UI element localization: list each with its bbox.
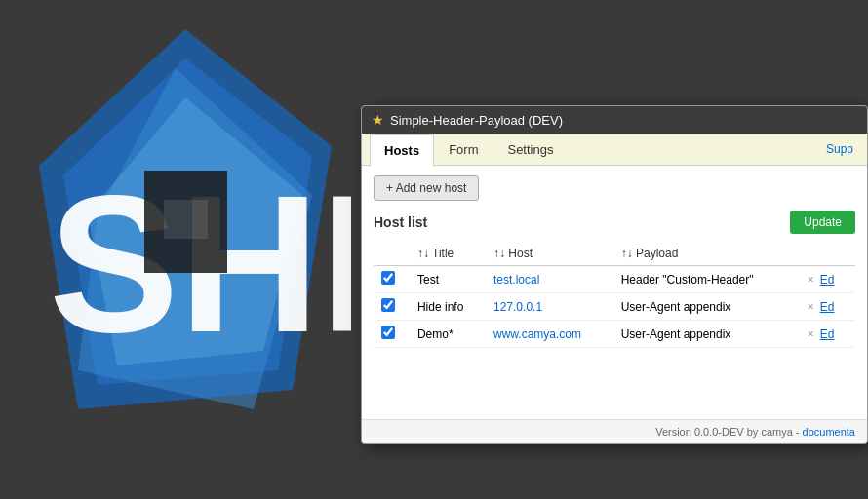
host-link[interactable]: www.camya.com (493, 327, 581, 341)
update-button[interactable]: Update (790, 211, 855, 234)
host-link[interactable]: 127.0.0.1 (493, 300, 542, 314)
delete-icon[interactable]: × (804, 300, 818, 314)
delete-icon[interactable]: × (804, 273, 818, 287)
host-payload: User-Agent appendix (613, 293, 796, 321)
host-checkbox[interactable] (381, 298, 395, 312)
tab-form[interactable]: Form (434, 134, 493, 165)
host-checkbox[interactable] (381, 326, 395, 339)
support-link[interactable]: Supp (820, 134, 859, 164)
host-payload: Header "Custom-Header" (613, 266, 796, 293)
delete-icon[interactable]: × (804, 327, 818, 341)
popup-tabs: Hosts Form Settings Supp (362, 134, 867, 166)
edit-link[interactable]: Ed (818, 327, 837, 341)
documentation-link[interactable]: documenta (803, 426, 855, 438)
host-title: Demo* (410, 321, 486, 348)
popup-title: Simple-Header-Payload (DEV) (390, 113, 563, 128)
host-list-title: Host list (374, 214, 427, 230)
col-actions (796, 242, 855, 266)
host-title: Test (410, 266, 486, 293)
tab-hosts[interactable]: Hosts (370, 134, 434, 166)
table-row: Hide info127.0.0.1User-Agent appendix×Ed (374, 293, 855, 321)
host-title: Hide info (410, 293, 486, 321)
col-title[interactable]: ↑↓ Title (410, 242, 486, 266)
popup-footer: Version 0.0.0-DEV by camya - documenta (362, 419, 867, 443)
table-row: Testtest.localHeader "Custom-Header"×Ed (374, 266, 855, 293)
star-icon: ★ (372, 112, 384, 128)
col-host[interactable]: ↑↓ Host (486, 242, 613, 266)
host-link[interactable]: test.local (493, 273, 539, 287)
tab-settings[interactable]: Settings (493, 134, 568, 165)
host-table: ↑↓ Title ↑↓ Host ↑↓ Payload Testtest.loc… (374, 242, 855, 348)
add-host-button[interactable]: + Add new host (374, 175, 479, 201)
popup-body: + Add new host Host list Update ↑↓ Title… (362, 166, 867, 419)
col-payload[interactable]: ↑↓ Payload (613, 242, 796, 266)
table-row: Demo*www.camya.comUser-Agent appendix×Ed (374, 321, 855, 348)
svg-rect-6 (164, 200, 208, 239)
popup-titlebar: ★ Simple-Header-Payload (DEV) (362, 106, 867, 134)
popup-window: ★ Simple-Header-Payload (DEV) Hosts Form… (361, 105, 868, 444)
edit-link[interactable]: Ed (818, 273, 837, 287)
host-checkbox[interactable] (381, 271, 395, 285)
host-list-header: Host list Update (374, 211, 855, 234)
edit-link[interactable]: Ed (818, 300, 837, 314)
table-header-row: ↑↓ Title ↑↓ Host ↑↓ Payload (374, 242, 855, 266)
footer-text: Version 0.0.0-DEV by camya - (655, 426, 802, 438)
col-checkbox (374, 242, 410, 266)
host-payload: User-Agent appendix (613, 321, 796, 348)
